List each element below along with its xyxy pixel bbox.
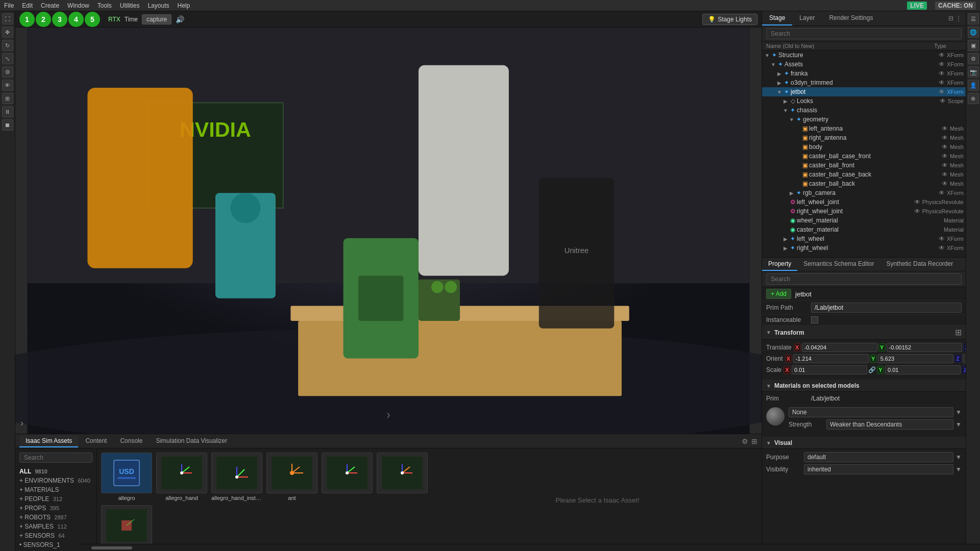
viewport[interactable]: NVIDIA	[15, 28, 762, 434]
tree-row-looks[interactable]: ▶ ◇ Looks 👁 Scope	[762, 96, 966, 106]
tree-row-caster-material[interactable]: ◉ caster_material Material	[762, 225, 966, 234]
tree-row-o3dyn[interactable]: ▶ ✦ o3dyn_trimmed 👁 XForm	[762, 78, 966, 87]
num-btn-1[interactable]: 1	[19, 12, 35, 27]
category-environments[interactable]: + ENVIRONMENTS 6040	[15, 476, 96, 485]
tree-row-franka[interactable]: ▶ ✦ franka 👁 XForm	[762, 69, 966, 78]
menu-window[interactable]: Window	[67, 2, 89, 9]
tree-row-caster-ball-back[interactable]: ▣ caster_ball_back 👁 Mesh	[762, 179, 966, 188]
mat-strength-select[interactable]: Weaker than Descendants	[826, 419, 953, 430]
toolbar-stop[interactable]: ⏹	[2, 119, 13, 131]
property-search-input[interactable]	[766, 273, 962, 285]
menu-dots-icon[interactable]: ⋮	[955, 15, 962, 22]
right-btn-person[interactable]: 👤	[968, 80, 979, 91]
menu-help[interactable]: Help	[177, 2, 190, 9]
scale-link-icon[interactable]: 🔗	[868, 366, 876, 373]
tree-row-left-wheel-joint[interactable]: ⚙ left_wheel_joint 👁 PhysicsRevolute	[762, 197, 966, 207]
tree-row-caster-ball-front[interactable]: ▣ caster_ball_front 👁 Mesh	[762, 161, 966, 170]
toolbar-grid[interactable]: ⊞	[2, 93, 13, 104]
tab-render-settings[interactable]: Render Settings	[822, 11, 880, 26]
category-sensors[interactable]: + SENSORS 64	[15, 531, 96, 540]
translate-x-input[interactable]	[802, 343, 877, 352]
category-robots[interactable]: + ROBOTS 2887	[15, 513, 96, 522]
category-props[interactable]: + PROPS 395	[15, 504, 96, 513]
visual-section-header[interactable]: ▼ Visual	[762, 437, 966, 449]
toolbar-pause[interactable]: ⏸	[2, 106, 13, 117]
menu-layouts[interactable]: Layouts	[148, 2, 169, 9]
tree-row-chassis[interactable]: ▼ ✦ chassis	[762, 106, 966, 115]
mat-strength-arrow[interactable]: ▼	[955, 421, 962, 428]
tree-row-right-wheel-joint[interactable]: ⚙ right_wheel_joint 👁 PhysicsRevolute	[762, 207, 966, 216]
expand-rw[interactable]: ▶	[782, 245, 789, 251]
tree-row-right-antenna[interactable]: ▣ right_antenna 👁 Mesh	[762, 133, 966, 142]
eye-franka[interactable]: 👁	[937, 70, 947, 77]
capture-button[interactable]: capture	[142, 14, 172, 24]
scale-x-input[interactable]	[792, 365, 867, 374]
materials-section-header[interactable]: ▼ Materials on selected models	[762, 380, 966, 392]
expand-jetbot[interactable]: ▼	[776, 89, 782, 95]
num-btn-4[interactable]: 4	[68, 12, 84, 27]
expand-o3dyn[interactable]: ▶	[776, 80, 782, 86]
toolbar-move[interactable]: ✥	[2, 27, 13, 38]
eye-right-antenna[interactable]: 👁	[940, 134, 950, 141]
eye-lwj[interactable]: 👁	[912, 198, 922, 206]
toolbar-settings[interactable]: ⚙	[2, 66, 13, 78]
eye-cbf[interactable]: 👁	[940, 162, 950, 169]
eye-left-antenna[interactable]: 👁	[940, 125, 950, 132]
tree-row-right-wheel[interactable]: ▶ ✦ right_wheel 👁 XForm	[762, 243, 966, 253]
add-button[interactable]: + Add	[766, 289, 791, 299]
scroll-thumb[interactable]	[91, 546, 132, 549]
category-materials[interactable]: + MATERIALS	[15, 485, 96, 494]
menu-create[interactable]: Create	[41, 2, 59, 9]
tree-row-left-antenna[interactable]: ▣ left_antenna 👁 Mesh	[762, 124, 966, 133]
eye-rgb-camera[interactable]: 👁	[937, 189, 947, 196]
menu-utilities[interactable]: Utilities	[120, 2, 140, 9]
mat-none-select[interactable]: None	[789, 407, 953, 417]
expand-geometry[interactable]: ▼	[789, 116, 795, 122]
eye-o3dyn[interactable]: 👁	[937, 79, 947, 86]
bottom-settings-icon[interactable]: ⚙	[742, 437, 748, 445]
asset-item-allegro[interactable]: USD allegro	[101, 453, 152, 501]
viewport-nav-arrow[interactable]: ›	[20, 418, 23, 429]
num-btn-3[interactable]: 3	[52, 12, 67, 27]
tree-row-jetbot[interactable]: ▼ ✦ jetbot 👁 XForm	[762, 87, 966, 96]
tab-sim-data-viz[interactable]: Simulation Data Visualizer	[150, 435, 233, 447]
right-btn-layers[interactable]: ⊕	[968, 93, 979, 104]
translate-y-input[interactable]	[887, 343, 962, 352]
asset-item-extra2[interactable]	[377, 453, 428, 501]
audio-icon[interactable]: 🔊	[176, 15, 184, 23]
bottom-scrollbar[interactable]: ⊞	[79, 544, 980, 551]
toolbar-scale[interactable]: ⤡	[2, 53, 13, 64]
tab-stage[interactable]: Stage	[762, 11, 792, 26]
tab-content[interactable]: Content	[79, 435, 113, 447]
menu-file[interactable]: File	[4, 2, 14, 9]
eye-cbcb[interactable]: 👁	[940, 171, 950, 178]
filter-icon[interactable]: ⊟	[948, 15, 953, 22]
eye-jetbot[interactable]: 👁	[937, 88, 947, 95]
tab-semantics[interactable]: Semantics Schema Editor	[797, 258, 880, 271]
tab-property[interactable]: Property	[762, 258, 797, 271]
orient-y-input[interactable]	[878, 354, 953, 363]
expand-looks[interactable]: ▶	[782, 98, 789, 104]
num-btn-2[interactable]: 2	[36, 12, 51, 27]
mat-none-arrow[interactable]: ▼	[955, 409, 962, 416]
asset-item-allegro-hand-inst[interactable]: allegro_hand_instanceable	[211, 453, 262, 501]
right-btn-box[interactable]: ▣	[968, 40, 979, 51]
eye-lw[interactable]: 👁	[937, 235, 947, 242]
purpose-select[interactable]: default	[804, 452, 953, 462]
purpose-arrow[interactable]: ▼	[955, 454, 962, 461]
expand-franka[interactable]: ▶	[776, 70, 782, 77]
eye-body[interactable]: 👁	[940, 143, 950, 151]
right-btn-camera[interactable]: 📷	[968, 66, 979, 78]
asset-item-extra3[interactable]	[101, 505, 152, 547]
bottom-grid-icon[interactable]: ⊞	[751, 437, 757, 445]
tree-row-caster-ball-case-back[interactable]: ▣ caster_ball_case_back 👁 Mesh	[762, 170, 966, 179]
category-samples[interactable]: + SAMPLES 112	[15, 522, 96, 531]
expand-rgb-camera[interactable]: ▶	[789, 190, 795, 196]
transform-link-icon[interactable]: ⊞	[955, 328, 962, 337]
eye-cbcf[interactable]: 👁	[940, 153, 950, 160]
expand-structure[interactable]: ▼	[764, 52, 770, 58]
eye-rw[interactable]: 👁	[937, 244, 947, 252]
transform-section-header[interactable]: ▼ Transform ⊞	[762, 325, 966, 340]
eye-rwj[interactable]: 👁	[912, 208, 922, 215]
right-btn-settings2[interactable]: ⚙	[968, 53, 979, 64]
